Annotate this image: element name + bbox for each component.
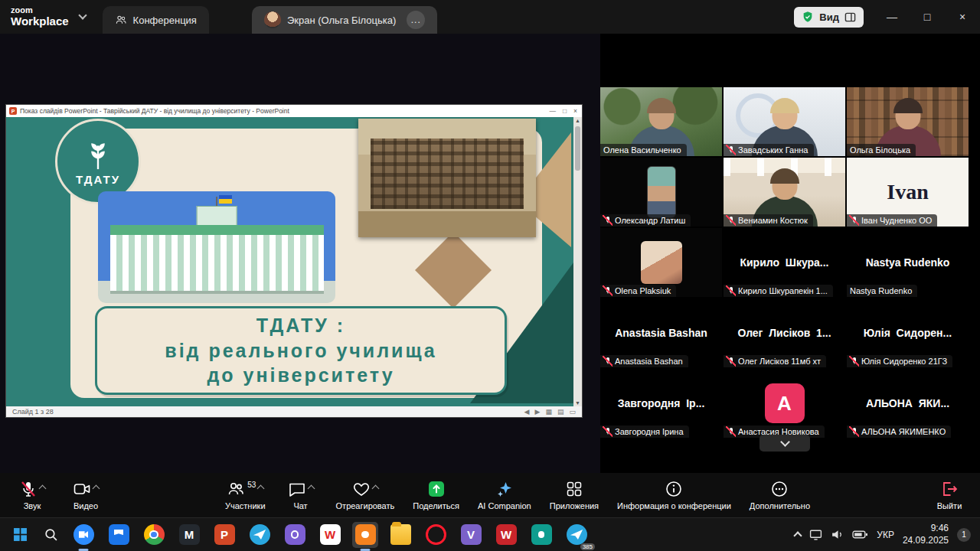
leave-meeting-button[interactable]: Выйти: [933, 480, 966, 510]
mic-muted-icon: [850, 216, 858, 225]
participants-options-caret[interactable]: [257, 485, 265, 493]
next-slide-icon[interactable]: ▶: [535, 408, 541, 416]
taskbar-app-powerpoint[interactable]: P: [211, 522, 237, 548]
participants-button[interactable]: 53 Участники: [225, 480, 266, 510]
start-button[interactable]: [9, 524, 31, 546]
reactions-label: Отреагировать: [336, 501, 395, 510]
taskbar-app-chrome[interactable]: [141, 522, 167, 548]
taskbar-app-active[interactable]: [352, 522, 378, 548]
participant-tile-active-speaker[interactable]: Ольга Білоцька: [847, 87, 969, 156]
language-indicator[interactable]: УКР: [877, 530, 894, 540]
taskbar-app-gmail[interactable]: M: [176, 522, 202, 548]
reading-view-icon[interactable]: ▭: [569, 408, 576, 416]
taskbar-app-opera[interactable]: [423, 522, 449, 548]
taskbar-app-wps[interactable]: W: [317, 522, 343, 548]
mic-muted-icon: [850, 427, 858, 436]
titlebar-right: Вид — □ ×: [794, 0, 980, 34]
reactions-options-caret[interactable]: [371, 485, 379, 493]
more-ellipsis-icon: [770, 480, 789, 498]
participant-tile[interactable]: Завадських Ганна: [724, 87, 845, 156]
participant-tile[interactable]: Вениамин Костюк: [724, 158, 845, 227]
participants-icon: [227, 480, 245, 498]
chat-button[interactable]: Чат: [284, 480, 318, 510]
taskbar-app-zoom[interactable]: [70, 522, 96, 548]
powerpoint-titlebar: P Показ слайдів PowerPoint - Таврійський…: [6, 105, 582, 117]
participant-tile[interactable]: Олег Лисіков 1... Олег Лисіков 11мб хт: [724, 298, 845, 367]
scrollbar-thumb[interactable]: [575, 126, 580, 171]
heart-icon: [352, 480, 371, 498]
maximize-button[interactable]: □: [910, 0, 945, 34]
taskbar-app-viber[interactable]: [282, 522, 308, 548]
taskbar-app-photos[interactable]: [106, 522, 132, 548]
search-button[interactable]: [40, 524, 61, 546]
video-options-caret[interactable]: [93, 485, 100, 493]
collapse-gallery-button[interactable]: [760, 435, 810, 452]
slide-title-line1: ТДАТУ :: [256, 313, 345, 338]
taskbar-app-mail[interactable]: [528, 522, 554, 548]
taskbar-app-telegram-2[interactable]: 385: [564, 522, 590, 548]
chat-options-caret[interactable]: [307, 485, 315, 493]
notification-count-badge[interactable]: 1: [957, 528, 971, 542]
participant-tile[interactable]: Юлія Сидорен... Юлія Сидоренко 21ГЗ: [847, 298, 969, 367]
scroll-up-icon[interactable]: ▲: [575, 118, 580, 123]
volume-icon[interactable]: [831, 528, 844, 541]
audio-button[interactable]: Звук: [15, 480, 49, 510]
participant-tile[interactable]: Ivan Іван Чудненко ОО: [847, 158, 969, 227]
ppt-minimize-button[interactable]: —: [549, 107, 556, 115]
taskbar-clock[interactable]: 9:46 24.09.2025: [903, 523, 949, 546]
mic-muted-icon: [19, 480, 38, 498]
slide-canvas[interactable]: ТДАТУ ТДАТУ : від реального училища до у…: [6, 117, 582, 406]
participant-tile[interactable]: Завгородня Ір... Завгородня Ірина: [600, 369, 722, 438]
audio-options-caret[interactable]: [39, 485, 47, 493]
ai-companion-button[interactable]: AI Companion: [478, 480, 531, 510]
logo-text: ТДАТУ: [76, 173, 120, 186]
zoom-workplace-logo: zoom Workplace: [11, 6, 69, 27]
slide-scrollbar[interactable]: ▲ ▼: [573, 117, 582, 406]
ppt-close-button[interactable]: ×: [573, 107, 577, 115]
hidden-icons-chevron[interactable]: [794, 531, 802, 540]
participant-name: Іван Чудненко ОО: [861, 216, 932, 225]
normal-view-icon[interactable]: ▤: [557, 408, 564, 416]
minimize-button[interactable]: —: [874, 0, 910, 34]
reactions-button[interactable]: Отреагировать: [336, 480, 395, 510]
share-screen-button[interactable]: Поделиться: [413, 480, 459, 510]
building-facade-columns: [110, 235, 324, 294]
participant-tile[interactable]: Олександр Латиш: [600, 158, 722, 227]
participant-tile[interactable]: A Анастасия Новикова: [724, 369, 845, 438]
video-button[interactable]: Видео: [69, 480, 103, 510]
participant-tile[interactable]: Nastya Rudenko Nastya Rudenko: [847, 228, 969, 297]
participant-name-tag: Іван Чудненко ОО: [847, 214, 937, 227]
participant-name-tag: Олександр Латиш: [600, 214, 691, 227]
ukrainian-flag: [219, 195, 232, 204]
participant-tile[interactable]: Anastasia Bashan Anastasia Bashan: [600, 298, 722, 367]
statusbar-icons: ◀ ▶ ▦ ▤ ▭: [524, 408, 576, 416]
apps-button[interactable]: Приложения: [550, 480, 599, 510]
tab-meeting[interactable]: Конференция: [103, 6, 209, 34]
tab-more-button[interactable]: ...: [407, 11, 425, 29]
grid-view-icon[interactable]: ▦: [545, 408, 552, 416]
participant-tile[interactable]: Olena Plaksiuk: [600, 228, 722, 297]
more-button[interactable]: Дополнительно: [750, 480, 810, 510]
taskbar-app-purple[interactable]: V: [458, 522, 484, 548]
scroll-down-icon[interactable]: ▼: [575, 400, 580, 406]
system-tray: УКР 9:46 24.09.2025 1: [795, 523, 975, 546]
participant-tile[interactable]: Кирило Шкура... Кирило Шкурапекін 1...: [724, 228, 845, 297]
participants-icon: [115, 14, 127, 26]
participant-name-tag: Завгородня Ірина: [600, 425, 689, 438]
taskbar-app-telegram[interactable]: [247, 522, 273, 548]
taskbar-app-word-red[interactable]: W: [493, 522, 519, 548]
chevron-down-icon[interactable]: [78, 11, 87, 19]
prev-slide-icon[interactable]: ◀: [524, 408, 530, 416]
close-button[interactable]: ×: [945, 0, 980, 34]
participant-tile[interactable]: Олена Васильченко: [600, 87, 722, 156]
battery-icon[interactable]: [852, 530, 868, 540]
ppt-maximize-button[interactable]: □: [563, 107, 567, 115]
meeting-info-button[interactable]: Информация о конференции: [617, 480, 731, 510]
apps-label: Приложения: [550, 501, 599, 510]
view-button[interactable]: Вид: [794, 7, 864, 28]
participant-tile[interactable]: АЛЬОНА ЯКИ... АЛЬОНА ЯКИМЕНКО: [847, 369, 969, 438]
display-icon[interactable]: [809, 528, 822, 541]
chat-label: Чат: [293, 501, 307, 510]
tab-screen-share[interactable]: Экран (Ольга Білоцька) ...: [252, 6, 437, 34]
taskbar-app-file-explorer[interactable]: [387, 522, 413, 548]
